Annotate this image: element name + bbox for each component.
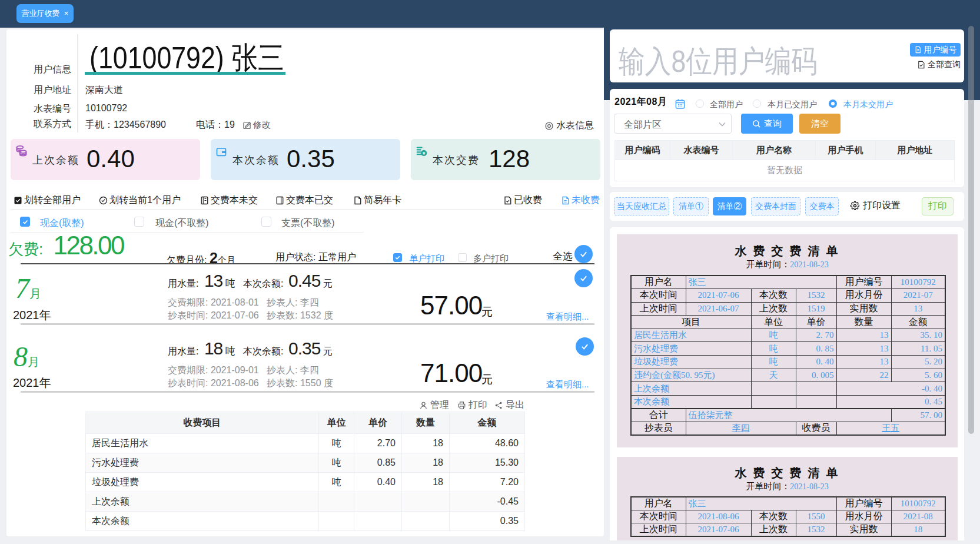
svg-text:¥: ¥ <box>423 151 426 156</box>
